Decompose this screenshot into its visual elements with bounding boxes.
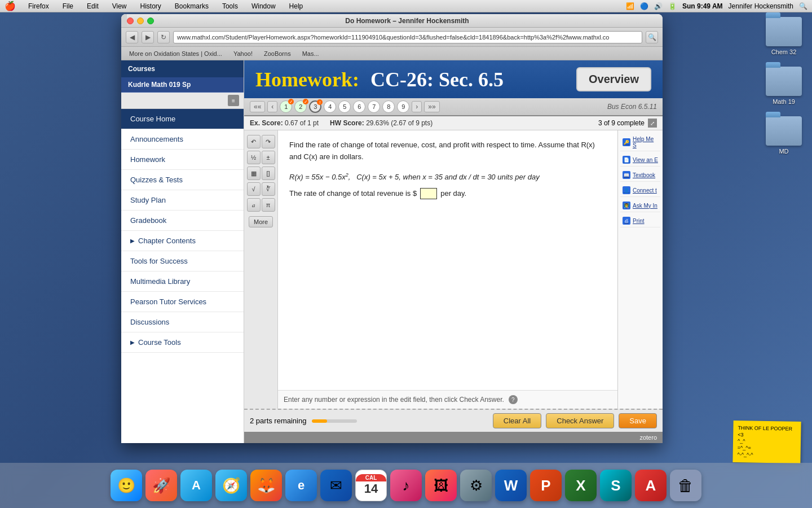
menubar-bookmarks[interactable]: Bookmarks — [171, 1, 212, 11]
question-num-5[interactable]: 5 — [338, 100, 351, 113]
sidebar-item-study-plan[interactable]: Study Plan — [121, 190, 244, 211]
dock-acrobat[interactable]: A — [635, 470, 667, 501]
menubar-view[interactable]: View — [109, 1, 130, 11]
sidebar-item-gradebook[interactable]: Gradebook — [121, 211, 244, 231]
menubar-search-icon[interactable]: 🔍 — [799, 2, 807, 10]
sidebar-item-pearson-tutor[interactable]: Pearson Tutor Services — [121, 292, 244, 312]
overview-button[interactable]: Overview — [576, 67, 651, 91]
sidebar-item-discussions[interactable]: Discussions — [121, 312, 244, 332]
question-num-8[interactable]: 8 — [382, 100, 395, 113]
dock-launchpad[interactable]: 🚀 — [145, 470, 177, 501]
print-tool[interactable]: 🖨 Print — [620, 214, 660, 227]
textbook-tool[interactable]: 📖 Textbook — [620, 169, 660, 182]
forward-button[interactable]: ▶ — [142, 31, 154, 43]
nav-last-button[interactable]: »» — [424, 101, 439, 112]
question-num-7[interactable]: 7 — [368, 100, 380, 113]
sidebar-item-tools-success[interactable]: Tools for Success — [121, 251, 244, 271]
dock-excel[interactable]: X — [565, 470, 597, 501]
fraction-button[interactable]: ½ — [247, 151, 261, 164]
back-button[interactable]: ◀ — [126, 31, 138, 43]
sidebar-item-course-tools[interactable]: ▶ Course Tools — [121, 332, 244, 353]
dock-appstore[interactable]: A — [180, 470, 212, 501]
dock-system-prefs[interactable]: ⚙ — [460, 470, 492, 501]
dock-firefox[interactable]: 🦊 — [250, 470, 282, 501]
sqrt-button[interactable]: √ — [247, 182, 261, 196]
tools-icon-button[interactable]: ≡ — [228, 95, 239, 106]
bookmark-yahoo[interactable]: Yahoo! — [230, 49, 256, 58]
menubar-window[interactable]: Window — [248, 1, 279, 11]
sidebar-item-quizzes[interactable]: Quizzes & Tests — [121, 170, 244, 190]
save-button[interactable]: Save — [619, 413, 657, 428]
view-example-tool[interactable]: 📄 View an E — [620, 154, 660, 167]
menubar-edit[interactable]: Edit — [83, 1, 102, 11]
instructor-icon: 👨‍🏫 — [623, 202, 630, 209]
dock-trash[interactable]: 🗑 — [670, 470, 701, 501]
question-num-2[interactable]: 2✓ — [294, 100, 307, 113]
sidebar-item-homework[interactable]: Homework — [121, 150, 244, 170]
answer-input-field[interactable] — [420, 188, 437, 199]
undo-button[interactable]: ↶ — [247, 135, 261, 148]
stat-button[interactable]: 𝑎 — [247, 198, 261, 212]
window-close-button[interactable] — [127, 17, 134, 24]
pi-button[interactable]: π — [262, 198, 275, 212]
bookmark-zooborns[interactable]: ZooBorns — [261, 49, 294, 58]
reload-button[interactable]: ↻ — [157, 31, 170, 43]
dock-safari[interactable]: 🧭 — [215, 470, 247, 501]
search-button[interactable]: 🔍 — [646, 31, 658, 43]
desktop-folder-md[interactable]: MD — [761, 116, 806, 155]
url-bar[interactable]: www.mathxl.com/Student/PlayerHomework.as… — [173, 31, 642, 43]
math-tool-row-2: ½ ± — [247, 151, 275, 164]
browser-content: Courses Kudrle Math 019 Sp ≡ Course Home… — [121, 60, 663, 443]
sidebar-item-multimedia[interactable]: Multimedia Library — [121, 271, 244, 292]
folder-chem-label: Chem 32 — [771, 49, 797, 55]
nav-next-button[interactable]: › — [412, 101, 422, 112]
sidebar-item-course-home[interactable]: Course Home — [121, 109, 244, 129]
menubar-history[interactable]: History — [137, 1, 165, 11]
bookmark-mas[interactable]: Mas... — [299, 49, 323, 58]
menubar-firefox[interactable]: Firefox — [25, 1, 52, 11]
parts-remaining-text: 2 parts remaining — [250, 417, 306, 425]
question-num-3[interactable]: 3! — [309, 100, 321, 113]
connect-tool[interactable]: 👤 Connect t — [620, 184, 660, 197]
window-maximize-button[interactable] — [147, 17, 154, 24]
dock-ie[interactable]: e — [285, 470, 317, 501]
clear-all-button[interactable]: Clear All — [493, 413, 541, 428]
desktop-folder-math[interactable]: Math 19 — [761, 67, 806, 105]
ask-instructor-tool[interactable]: 👨‍🏫 Ask My In — [620, 199, 660, 212]
question-num-9[interactable]: 9 — [397, 100, 409, 113]
sidebar-item-announcements[interactable]: Announcements — [121, 129, 244, 150]
window-minimize-button[interactable] — [137, 17, 144, 24]
expand-icon[interactable]: ⤢ — [648, 119, 657, 128]
menubar-file[interactable]: File — [59, 1, 77, 11]
question-num-6[interactable]: 6 — [353, 100, 365, 113]
menubar-right: 📶 🔵 🔊 🔋 Sun 9:49 AM Jennifer Hockensmith… — [626, 2, 807, 10]
apple-menu[interactable]: 🍎 — [5, 1, 16, 11]
check-answer-button[interactable]: Check Answer — [546, 413, 614, 428]
question-num-4[interactable]: 4 — [324, 100, 336, 113]
question-num-1[interactable]: 1✓ — [280, 100, 292, 113]
desktop-folder-chem[interactable]: Chem 32 — [761, 17, 806, 55]
dock-mail[interactable]: ✉ — [320, 470, 352, 501]
dock-word[interactable]: W — [495, 470, 527, 501]
plus-minus-button[interactable]: ± — [262, 151, 275, 164]
hint-help-icon[interactable]: ? — [509, 395, 518, 404]
menubar-tools[interactable]: Tools — [219, 1, 241, 11]
bookmark-oxidation[interactable]: More on Oxidation States | Oxid... — [126, 49, 226, 58]
dock-music[interactable]: ♪ — [390, 470, 422, 501]
more-tools-button[interactable]: More — [249, 216, 273, 227]
help-me-tool[interactable]: 🔑 Help Me S — [620, 134, 660, 151]
nav-prev-button[interactable]: ‹ — [267, 101, 277, 112]
matrix-button[interactable]: ▦ — [247, 167, 261, 180]
dock-photos[interactable]: 🖼 — [425, 470, 457, 501]
redo-button[interactable]: ↷ — [262, 135, 275, 148]
lms-course-title[interactable]: Kudrle Math 019 Sp — [121, 77, 244, 93]
menubar-help[interactable]: Help — [286, 1, 307, 11]
dock-powerpoint[interactable]: P — [530, 470, 562, 501]
cbrt-button[interactable]: ∛ — [262, 182, 275, 196]
sidebar-item-chapter-contents[interactable]: ▶ Chapter Contents — [121, 231, 244, 251]
dock-calendar[interactable]: CAL 14 — [355, 470, 387, 501]
dock-finder[interactable]: 🙂 — [111, 470, 142, 501]
nav-first-button[interactable]: «« — [250, 101, 265, 112]
dock-skype[interactable]: S — [600, 470, 632, 501]
bracket-button[interactable]: [] — [262, 167, 275, 180]
